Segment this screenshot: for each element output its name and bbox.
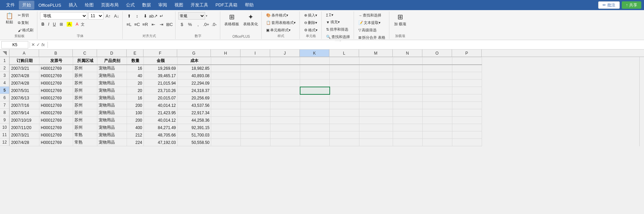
cell-r8-c15[interactable] — [452, 109, 482, 117]
cell-r7-c11[interactable] — [330, 102, 359, 109]
row-header-7[interactable]: 7 — [0, 101, 9, 109]
cell-r8-c11[interactable] — [330, 109, 359, 117]
cell-r7-c13[interactable] — [393, 102, 423, 109]
formula-cancel-icon[interactable]: ✓ — [36, 42, 40, 47]
sum-button[interactable]: Σ Σ▾ — [324, 12, 352, 18]
cell-r4-c7[interactable] — [211, 80, 241, 87]
cell-r12-c2[interactable]: 常熟 — [73, 139, 97, 146]
cell-r11-c9[interactable] — [270, 131, 300, 139]
cell-r5-c12[interactable] — [359, 87, 393, 94]
split-merge-button[interactable]: ⊠ 拆分合并 表格 — [357, 34, 387, 41]
cell-r10-c4[interactable]: 400 — [127, 124, 144, 131]
table-beauty-button[interactable]: ✦ 表格美化 — [242, 12, 259, 27]
cell-r4-c1[interactable]: H00012769 — [39, 80, 73, 87]
cell-r11-c3[interactable]: 宠物用品 — [97, 131, 127, 139]
header-cell-15[interactable] — [452, 57, 482, 65]
row-header-9[interactable]: 9 — [0, 116, 9, 124]
row-header-4[interactable]: 4 — [0, 79, 9, 87]
insert-cells-button[interactable]: ⊕ 插入▾ — [302, 12, 319, 19]
cell-r8-c7[interactable] — [211, 109, 241, 117]
cell-r9-c8[interactable] — [241, 117, 270, 124]
align-top-button[interactable]: ⬆ — [125, 12, 133, 20]
cell-r8-c1[interactable]: H00012769 — [39, 109, 73, 117]
cell-r12-c4[interactable]: 224 — [127, 139, 144, 146]
cell-r8-c3[interactable]: 宠物用品 — [97, 109, 127, 117]
cell-r4-c4[interactable]: 20 — [127, 80, 144, 87]
cell-r8-c12[interactable] — [359, 109, 393, 117]
menu-file[interactable]: 文件 — [3, 1, 18, 9]
col-header-d[interactable]: D — [97, 50, 127, 57]
col-header-g[interactable]: G — [177, 50, 211, 57]
cell-r6-c15[interactable] — [452, 94, 482, 102]
cell-r9-c2[interactable]: 苏州 — [73, 117, 97, 124]
cell-r7-c2[interactable]: 苏州 — [73, 102, 97, 109]
cell-r6-c6[interactable]: 20,256.69 — [178, 94, 211, 102]
cell-r10-c11[interactable] — [330, 124, 359, 131]
header-cell-14[interactable] — [423, 57, 452, 65]
cell-r9-c12[interactable] — [359, 117, 393, 124]
cell-r12-c8[interactable] — [241, 139, 270, 146]
header-cell-2[interactable]: 所属区域 — [73, 57, 97, 65]
cell-r8-c5[interactable]: 21,423.95 — [144, 109, 178, 117]
find-input-button[interactable]: → 查找和选择 — [357, 12, 387, 19]
cell-r3-c8[interactable] — [241, 72, 270, 80]
cell-r3-c15[interactable] — [452, 72, 482, 80]
cell-r4-c10[interactable] — [300, 80, 330, 87]
fill-color-button[interactable]: A — [65, 21, 73, 28]
sort-filter-button[interactable]: ⇅ 排序和筛选 — [324, 26, 352, 33]
cell-r5-c3[interactable]: 宠物用品 — [97, 87, 127, 94]
cell-r3-c2[interactable]: 苏州 — [73, 72, 97, 80]
cell-r3-c4[interactable]: 40 — [127, 72, 144, 80]
cell-r9-c15[interactable] — [452, 117, 482, 124]
cell-r4-c3[interactable]: 宠物用品 — [97, 80, 127, 87]
header-cell-13[interactable] — [393, 57, 423, 65]
row-header-11[interactable]: 11 — [0, 131, 9, 139]
cell-r8-c10[interactable] — [300, 109, 330, 117]
table-format-button[interactable]: 📋 套用表格格式▾ — [264, 20, 297, 26]
header-cell-9[interactable] — [270, 57, 300, 65]
cell-r8-c8[interactable] — [241, 109, 270, 117]
cell-r6-c1[interactable]: H00012769 — [39, 94, 73, 102]
cell-r9-c14[interactable] — [423, 117, 452, 124]
cell-r10-c3[interactable]: 宠物用品 — [97, 124, 127, 131]
row-header-5[interactable]: 5 — [0, 87, 9, 94]
text-angle-button[interactable]: ab↗ — [150, 12, 157, 20]
col-header-b[interactable]: B — [39, 50, 73, 57]
row-header-3[interactable]: 3 — [0, 72, 9, 79]
font-name-select[interactable]: 等线 — [40, 12, 87, 20]
decimal-increase-button[interactable]: .0+ — [202, 21, 210, 28]
menu-pdf[interactable]: PDF工具箱 — [212, 1, 241, 9]
format-cells-button[interactable]: ⚙ 格式▾ — [302, 27, 319, 33]
cell-r12-c10[interactable] — [300, 139, 330, 146]
menu-officeplus[interactable]: OfficePLUS — [35, 1, 65, 9]
cell-r7-c4[interactable]: 200 — [127, 102, 144, 109]
cell-r12-c15[interactable] — [452, 139, 482, 146]
cell-r4-c14[interactable] — [423, 80, 452, 87]
col-header-o[interactable]: O — [422, 50, 452, 57]
cell-r5-c8[interactable] — [241, 87, 270, 94]
menu-review[interactable]: 审阅 — [155, 1, 170, 9]
cell-r10-c7[interactable] — [211, 124, 241, 131]
cell-r6-c11[interactable] — [330, 94, 359, 102]
cell-r4-c5[interactable]: 21,015.94 — [144, 80, 178, 87]
cell-r6-c3[interactable]: 宠物用品 — [97, 94, 127, 102]
cell-r10-c0[interactable]: 2007/11/20 — [10, 124, 39, 131]
cell-r2-c14[interactable] — [423, 65, 452, 72]
cell-r12-c12[interactable] — [359, 139, 393, 146]
cell-r11-c0[interactable]: 2007/3/21 — [10, 131, 39, 139]
cell-r12-c1[interactable]: H00012769 — [39, 139, 73, 146]
cell-r6-c13[interactable] — [393, 94, 423, 102]
cell-r7-c1[interactable]: H00012769 — [39, 102, 73, 109]
row-header-6[interactable]: 6 — [0, 94, 9, 101]
align-right-button[interactable]: ≡R — [141, 21, 149, 28]
cell-r7-c6[interactable]: 43,537.56 — [178, 102, 211, 109]
cell-r3-c12[interactable] — [359, 72, 393, 80]
cell-r3-c14[interactable] — [423, 72, 452, 80]
cell-r10-c12[interactable] — [359, 124, 393, 131]
cell-r4-c2[interactable]: 苏州 — [73, 80, 97, 87]
cell-r12-c5[interactable]: 47,192.03 — [144, 139, 178, 146]
cell-r10-c8[interactable] — [241, 124, 270, 131]
cell-r5-c0[interactable]: 2007/5/31 — [10, 87, 39, 94]
align-middle-button[interactable]: ↕ — [133, 12, 141, 20]
cell-r6-c7[interactable] — [211, 94, 241, 102]
